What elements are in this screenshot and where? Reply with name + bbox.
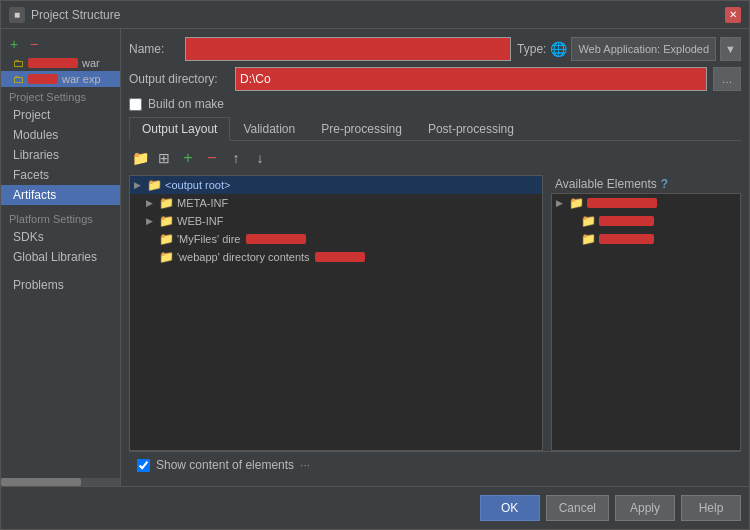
expand-arrow-meta: ▶ (146, 198, 156, 208)
tab-post-processing[interactable]: Post-processing (415, 117, 527, 140)
folder-icon-meta: 📁 (159, 196, 174, 210)
avail-item-1[interactable]: ▶ 📁 (552, 194, 740, 212)
title-bar-left: ■ Project Structure (9, 7, 120, 23)
tree-item-output-root[interactable]: ▶ 📁 <output root> (130, 176, 542, 194)
tree-item-webapp[interactable]: 📁 'webapp' directory contents (130, 248, 542, 266)
build-on-make-label: Build on make (148, 97, 224, 111)
tree-folder-btn[interactable]: 📁 (129, 147, 151, 169)
tree-add-btn[interactable]: + (177, 147, 199, 169)
output-dir-input[interactable] (235, 67, 707, 91)
sidebar-item-modules[interactable]: Modules (1, 125, 120, 145)
available-panel: Available Elements ? ▶ 📁 📁 (551, 175, 741, 451)
myfiles-label: 'MyFiles' dire (177, 233, 241, 245)
folder-icon-myfiles: 📁 (159, 232, 174, 246)
artifact-war-label: war (82, 57, 100, 69)
avail-item-3[interactable]: 📁 (552, 230, 740, 248)
sidebar-artifact-war-exp[interactable]: 🗀 war exp (1, 71, 120, 87)
avail-redacted-2 (599, 216, 654, 226)
type-label: Type: (517, 42, 546, 56)
avail-redacted-1 (587, 198, 657, 208)
sidebar: + − 🗀 war 🗀 war exp Project Settings Pro… (1, 29, 121, 486)
sidebar-item-problems[interactable]: Problems (1, 275, 120, 295)
app-icon: ■ (9, 7, 25, 23)
sidebar-item-project[interactable]: Project (1, 105, 120, 125)
avail-folder-2: 📁 (581, 214, 596, 228)
expand-arrow: ▶ (134, 180, 144, 190)
tab-output-layout[interactable]: Output Layout (129, 117, 230, 141)
web-inf-label: WEB-INF (177, 215, 223, 227)
main-content: + − 🗀 war 🗀 war exp Project Settings Pro… (1, 29, 749, 486)
folder-icon: 🗀 (13, 57, 24, 69)
project-structure-window: ■ Project Structure ✕ + − 🗀 war 🗀 war ex… (0, 0, 750, 530)
name-label: Name: (129, 42, 179, 56)
available-tree[interactable]: ▶ 📁 📁 📁 (551, 193, 741, 451)
tree-container: ▶ 📁 <output root> ▶ 📁 META-INF ▶ 📁 (129, 175, 741, 451)
tree-toolbar: 📁 ⊞ + − ↑ ↓ (129, 145, 741, 171)
output-dir-label: Output directory: (129, 72, 229, 86)
type-section: Type: 🌐 Web Application: Exploded ▼ (517, 37, 741, 61)
avail-folder-3: 📁 (581, 232, 596, 246)
right-panel: Name: Type: 🌐 Web Application: Exploded … (121, 29, 749, 486)
tree-item-meta-inf[interactable]: ▶ 📁 META-INF (130, 194, 542, 212)
sidebar-toolbar: + − (1, 33, 120, 55)
name-input[interactable] (185, 37, 511, 61)
sidebar-item-libraries[interactable]: Libraries (1, 145, 120, 165)
type-dropdown-button[interactable]: ▼ (720, 37, 741, 61)
tree-remove-btn[interactable]: − (201, 147, 223, 169)
build-on-make-row: Build on make (129, 97, 741, 111)
output-dir-row: Output directory: … (129, 67, 741, 91)
output-layout-tree[interactable]: ▶ 📁 <output root> ▶ 📁 META-INF ▶ 📁 (129, 175, 543, 451)
project-settings-label: Project Settings (1, 87, 120, 105)
webapp-label: 'webapp' directory contents (177, 251, 310, 263)
tab-validation[interactable]: Validation (230, 117, 308, 140)
tree-move-up-btn[interactable]: ↑ (225, 147, 247, 169)
cancel-button[interactable]: Cancel (546, 495, 609, 521)
folder-icon-webapp: 📁 (159, 250, 174, 264)
show-content-checkbox[interactable] (137, 459, 150, 472)
apply-button[interactable]: Apply (615, 495, 675, 521)
tree-move-down-btn[interactable]: ↓ (249, 147, 271, 169)
meta-inf-label: META-INF (177, 197, 228, 209)
avail-folder-1: 📁 (569, 196, 584, 210)
browse-button[interactable]: … (713, 67, 741, 91)
folder-icon: 📁 (147, 178, 162, 192)
show-content-more-icon[interactable]: ··· (300, 458, 310, 472)
type-value-text: Web Application: Exploded (578, 43, 709, 55)
sidebar-item-global-libraries[interactable]: Global Libraries (1, 247, 120, 267)
ok-button[interactable]: OK (480, 495, 540, 521)
build-on-make-checkbox[interactable] (129, 98, 142, 111)
sidebar-item-sdks[interactable]: SDKs (1, 227, 120, 247)
tree-item-web-inf[interactable]: ▶ 📁 WEB-INF (130, 212, 542, 230)
sidebar-artifact-war[interactable]: 🗀 war (1, 55, 120, 71)
tree-item-myfiles[interactable]: 📁 'MyFiles' dire (130, 230, 542, 248)
tab-pre-processing[interactable]: Pre-processing (308, 117, 415, 140)
close-button[interactable]: ✕ (725, 7, 741, 23)
expand-arrow-web: ▶ (146, 216, 156, 226)
window-title: Project Structure (31, 8, 120, 22)
sidebar-remove-button[interactable]: − (25, 35, 43, 53)
available-help-icon[interactable]: ? (661, 177, 668, 191)
myfiles-redacted (246, 234, 306, 244)
help-button[interactable]: Help (681, 495, 741, 521)
bottom-area: Show content of elements ··· (129, 451, 741, 478)
output-root-label: <output root> (165, 179, 230, 191)
sidebar-add-button[interactable]: + (5, 35, 23, 53)
platform-settings-label: Platform Settings (1, 205, 120, 227)
sidebar-item-artifacts[interactable]: Artifacts (1, 185, 120, 205)
title-bar: ■ Project Structure ✕ (1, 1, 749, 29)
sidebar-item-facets[interactable]: Facets (1, 165, 120, 185)
avail-redacted-3 (599, 234, 654, 244)
avail-item-2[interactable]: 📁 (552, 212, 740, 230)
type-value-display: Web Application: Exploded (571, 37, 716, 61)
show-content-label: Show content of elements (156, 458, 294, 472)
name-row: Name: Type: 🌐 Web Application: Exploded … (129, 37, 741, 61)
webapp-redacted (315, 252, 365, 262)
tree-grid-btn[interactable]: ⊞ (153, 147, 175, 169)
footer: OK Cancel Apply Help (1, 486, 749, 529)
avail-arrow-1: ▶ (556, 198, 566, 208)
tabs-bar: Output Layout Validation Pre-processing … (129, 117, 741, 141)
type-icon: 🌐 (550, 41, 567, 57)
available-label: Available Elements ? (551, 175, 741, 193)
folder-icon-web: 📁 (159, 214, 174, 228)
sidebar-scrollbar[interactable] (1, 478, 120, 486)
